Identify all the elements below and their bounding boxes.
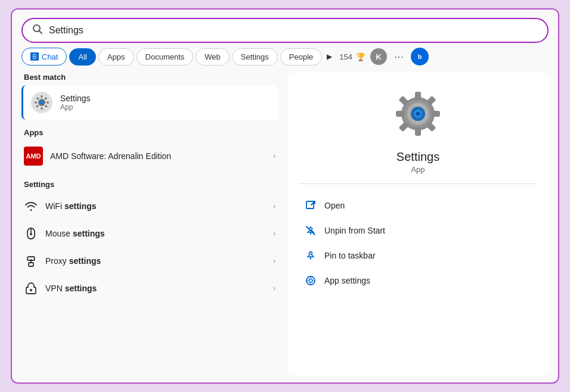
- proxy-label: Proxy settings: [45, 256, 266, 266]
- svg-rect-25: [432, 111, 440, 117]
- wifi-icon: [24, 199, 38, 213]
- list-item-vpn[interactable]: VPN settings ›: [21, 275, 278, 302]
- tab-chat[interactable]: 🅱 Chat: [21, 48, 67, 66]
- proxy-icon: [24, 254, 38, 268]
- apps-section: Apps AMD AMD Software: Adrenalin Edition…: [21, 128, 278, 172]
- left-panel: Best match: [21, 73, 278, 375]
- settings-icon-small: [30, 91, 53, 114]
- right-panel: Settings App Open: [287, 73, 549, 375]
- tabs-row: 🅱 Chat All Apps Documents Web Settings P…: [12, 43, 558, 66]
- svg-rect-17: [29, 263, 33, 266]
- svg-rect-9: [47, 102, 49, 104]
- amd-label: AMD Software: Adrenalin Edition: [50, 151, 266, 161]
- chevron-right-icon: ›: [273, 152, 275, 160]
- pin-icon: [304, 249, 317, 262]
- settings-section-label: Settings: [21, 180, 278, 189]
- list-item-amd[interactable]: AMD AMD Software: Adrenalin Edition ›: [21, 141, 278, 172]
- app-settings-label: App settings: [324, 276, 370, 285]
- chevron-right-icon: ›: [273, 284, 275, 293]
- best-match-subtitle: App: [60, 103, 91, 111]
- open-label: Open: [324, 201, 345, 210]
- settings-section: Settings WiFi settings ›: [21, 180, 278, 302]
- unpin-icon: [304, 224, 317, 237]
- svg-point-39: [306, 276, 315, 285]
- wifi-label: WiFi settings: [45, 201, 266, 211]
- user-avatar[interactable]: K: [370, 48, 387, 65]
- best-match-label: Best match: [21, 73, 278, 82]
- tab-people[interactable]: People: [280, 48, 322, 66]
- svg-rect-23: [415, 127, 421, 136]
- search-input-wrapper[interactable]: [21, 18, 549, 43]
- svg-point-16: [30, 233, 32, 235]
- svg-text:b: b: [418, 53, 422, 60]
- main-content: Best match: [12, 66, 558, 382]
- search-window: 🅱 Chat All Apps Documents Web Settings P…: [11, 8, 559, 384]
- list-item-proxy[interactable]: Proxy settings ›: [21, 247, 278, 275]
- mouse-label: Mouse settings: [45, 229, 266, 238]
- right-app-name: Settings: [396, 150, 439, 164]
- bing-icon[interactable]: b: [411, 48, 429, 66]
- tab-documents[interactable]: Documents: [137, 48, 194, 66]
- best-match-text: Settings App: [60, 94, 91, 111]
- search-icon: [32, 24, 43, 37]
- action-app-settings[interactable]: App settings: [299, 269, 537, 293]
- chevron-right-icon: ›: [273, 229, 275, 238]
- svg-rect-24: [396, 111, 404, 117]
- chevron-right-icon: ›: [273, 257, 275, 265]
- action-list: Open Unpin from Start: [299, 194, 537, 293]
- search-bar-area: [12, 10, 558, 43]
- best-match-item[interactable]: Settings App: [21, 85, 278, 120]
- action-unpin[interactable]: Unpin from Start: [299, 219, 537, 242]
- tab-settings[interactable]: Settings: [232, 48, 278, 66]
- svg-rect-19: [27, 257, 35, 260]
- tab-web[interactable]: Web: [196, 48, 230, 66]
- chat-logo-icon: 🅱: [30, 52, 39, 61]
- amd-icon: AMD: [24, 147, 43, 166]
- action-pin[interactable]: Pin to taskbar: [299, 244, 537, 267]
- vpn-label: VPN settings: [45, 284, 266, 293]
- svg-rect-6: [41, 95, 43, 98]
- right-app-type: App: [411, 165, 425, 174]
- chevron-right-icon: ›: [273, 202, 275, 210]
- search-input[interactable]: [49, 25, 538, 36]
- list-item-mouse[interactable]: Mouse settings ›: [21, 220, 278, 247]
- trophy-icon: 🏆: [356, 52, 365, 61]
- svg-rect-7: [41, 107, 43, 110]
- svg-point-33: [416, 112, 420, 116]
- divider: [299, 183, 537, 184]
- pin-label: Pin to taskbar: [324, 251, 376, 260]
- open-icon: [304, 199, 317, 212]
- mouse-icon: [24, 226, 38, 241]
- svg-rect-8: [35, 102, 37, 104]
- svg-line-1: [39, 31, 42, 34]
- svg-point-40: [309, 279, 312, 282]
- tab-all[interactable]: All: [69, 48, 95, 66]
- settings-icon-large: [391, 87, 445, 141]
- tab-apps[interactable]: Apps: [98, 48, 134, 66]
- apps-section-label: Apps: [21, 128, 278, 137]
- svg-point-20: [30, 289, 32, 291]
- vpn-icon: [24, 281, 38, 295]
- best-match-title: Settings: [60, 94, 91, 103]
- tab-count: 154 🏆: [337, 52, 368, 61]
- svg-rect-22: [415, 92, 421, 100]
- app-settings-icon: [304, 274, 317, 287]
- svg-point-5: [40, 101, 44, 105]
- unpin-label: Unpin from Start: [324, 226, 385, 235]
- more-options-button[interactable]: ⋯: [389, 49, 408, 65]
- svg-rect-34: [306, 201, 314, 209]
- play-button[interactable]: ▶: [324, 50, 334, 63]
- list-item-wifi[interactable]: WiFi settings ›: [21, 192, 278, 220]
- action-open[interactable]: Open: [299, 194, 537, 217]
